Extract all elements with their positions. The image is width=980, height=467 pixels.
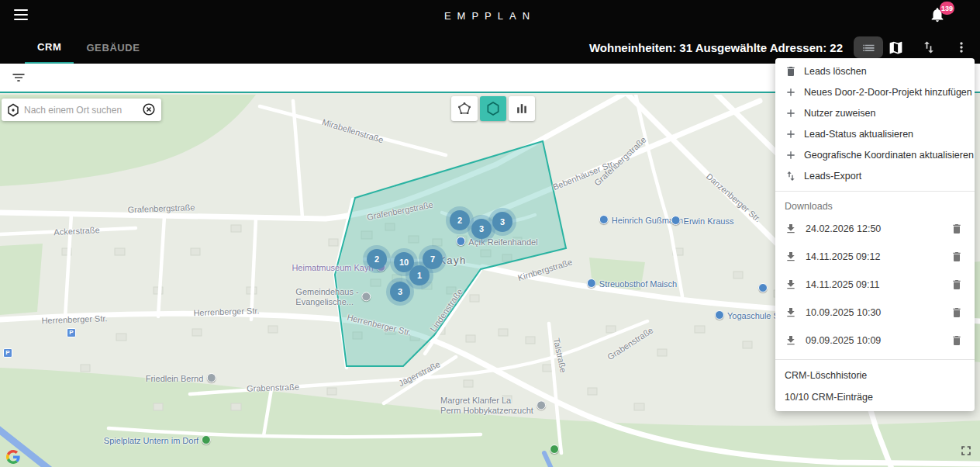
draw-polygon-button[interactable]	[451, 96, 478, 121]
menu-item[interactable]: Lead-Status aktualisieren	[775, 123, 975, 144]
selection-summary: Wohneinheiten: 31 Ausgewählte Adressen: …	[589, 41, 843, 54]
download-date: 24.02.2026 12:50	[806, 223, 951, 234]
menu-item-label: Leads löschen	[804, 66, 867, 77]
pin-blue-icon[interactable]	[758, 282, 768, 296]
delete-download-icon[interactable]	[951, 334, 964, 347]
notification-badge: 139	[940, 2, 954, 15]
app-bar: EMPPLAN 139	[0, 0, 980, 31]
download-icon[interactable]	[785, 251, 798, 263]
menu-item[interactable]: Geografische Koordinaten aktualisieren	[775, 144, 975, 165]
clear-search-icon[interactable]	[141, 102, 157, 118]
menu-item[interactable]: Leads-Export	[775, 165, 975, 186]
tab-crm[interactable]: CRM	[25, 31, 74, 64]
download-icon[interactable]	[785, 278, 798, 291]
cluster-marker[interactable]: 2	[367, 249, 387, 269]
notifications-icon[interactable]: 139	[929, 6, 947, 25]
parking-icon[interactable]: P	[67, 323, 76, 337]
bars-button[interactable]	[509, 96, 535, 121]
download-row[interactable]: 14.11.2025 09:11	[775, 271, 975, 299]
download-row[interactable]: 09.09.2025 10:09	[775, 327, 975, 355]
more-options-icon[interactable]	[951, 36, 972, 58]
cluster-marker[interactable]: 7	[423, 249, 443, 269]
downloads-section-title: Downloads	[775, 196, 975, 215]
download-row[interactable]: 24.02.2026 12:50	[775, 215, 975, 243]
hexagon-select-button[interactable]	[480, 96, 506, 121]
app-title: EMPPLAN	[444, 10, 536, 22]
app-window: EMPPLAN 139 CRM GEBÄUDE Wohneinheiten: 3…	[0, 0, 980, 467]
delete-download-icon[interactable]	[951, 223, 964, 235]
list-view-button[interactable]	[854, 36, 883, 58]
parking-icon[interactable]: P	[3, 344, 12, 358]
tab-gebaeude[interactable]: GEBÄUDE	[74, 31, 152, 64]
menu-item-label: Geografische Koordinaten aktualisieren	[804, 150, 974, 161]
crm-history-count: 10/10 CRM-Einträge	[775, 386, 975, 408]
download-row[interactable]: 14.11.2025 09:12	[775, 243, 975, 271]
delete-download-icon[interactable]	[951, 251, 964, 263]
cluster-marker[interactable]: 2	[450, 210, 470, 230]
download-date: 14.11.2025 09:12	[806, 251, 951, 262]
cluster-marker[interactable]: 3	[471, 219, 492, 239]
filter-icon[interactable]	[11, 70, 26, 88]
menu-item-label: Nutzer zuweisen	[804, 108, 875, 119]
import-export-icon[interactable]	[918, 36, 940, 58]
search-input[interactable]	[24, 105, 141, 116]
menu-divider	[775, 191, 975, 192]
hexagon-logo-icon	[6, 103, 20, 117]
fullscreen-icon[interactable]	[958, 443, 974, 461]
download-date: 14.11.2025 09:11	[806, 279, 951, 290]
menu-item-label: Leads-Export	[804, 171, 861, 182]
trash-icon	[785, 64, 798, 78]
plus-icon	[785, 148, 798, 161]
cluster-marker[interactable]: 1	[409, 265, 430, 285]
menu-item-label: Lead-Status aktualisieren	[804, 129, 913, 140]
menu-divider	[775, 359, 975, 360]
tree-icon[interactable]	[550, 443, 559, 457]
menu-item[interactable]: Leads löschen	[775, 61, 975, 81]
menu-item-label: Neues Door-2-Door-Projekt hinzufügen	[804, 87, 972, 98]
draw-tools	[451, 96, 535, 121]
google-logo	[6, 450, 20, 464]
delete-download-icon[interactable]	[951, 278, 964, 291]
map-view-button[interactable]	[885, 36, 907, 59]
crm-history-title: CRM-Löschhistorie	[775, 365, 975, 386]
plus-icon	[785, 106, 798, 119]
menu-item[interactable]: Nutzer zuweisen	[775, 102, 975, 123]
menu-item[interactable]: Neues Door-2-Door-Projekt hinzufügen	[775, 81, 975, 102]
download-icon[interactable]	[785, 223, 798, 235]
plus-icon	[785, 127, 798, 140]
download-icon[interactable]	[785, 306, 798, 319]
plus-icon	[785, 85, 798, 99]
download-date: 09.09.2025 10:09	[806, 335, 951, 346]
cluster-marker[interactable]: 3	[390, 282, 410, 302]
hamburger-menu-icon[interactable]	[14, 9, 28, 23]
actions-menu: Leads löschenNeues Door-2-Door-Projekt h…	[775, 58, 975, 411]
download-date: 10.09.2025 10:30	[806, 307, 951, 318]
place-search	[2, 99, 161, 121]
download-icon[interactable]	[785, 334, 798, 347]
download-row[interactable]: 10.09.2025 10:30	[775, 299, 975, 327]
swap-icon	[785, 169, 798, 182]
cluster-marker[interactable]: 3	[492, 212, 512, 232]
delete-download-icon[interactable]	[951, 306, 964, 319]
